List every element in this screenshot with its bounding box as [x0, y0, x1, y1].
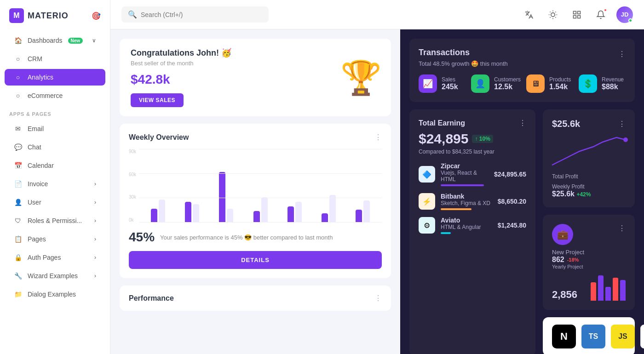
sidebar-item-roles[interactable]: 🛡 Roles & Permissi... › — [5, 212, 105, 229]
sidebar-item-user[interactable]: 👤 User › — [5, 194, 105, 211]
sidebar-item-chat[interactable]: 💬 Chat — [5, 139, 105, 155]
sidebar-item-invoice[interactable]: 📄 Invoice › — [5, 176, 105, 192]
chat-icon: 💬 — [14, 143, 22, 151]
project-pct: -18% — [567, 257, 579, 263]
translate-icon[interactable] — [521, 6, 537, 23]
chevron-icon: › — [94, 254, 96, 261]
trophy-icon: 🏆 — [340, 61, 382, 94]
sidebar-item-dashboards[interactable]: 🏠 Dashboards New ∨ — [5, 32, 105, 49]
nextjs-logo: N — [552, 325, 576, 348]
new-project-title: New Project — [552, 249, 584, 256]
earning-item-bitbank: ⚡ Bitbank Sketch, Figma & XD $8,650.20 — [419, 193, 526, 210]
lock-icon: 🔒 — [14, 254, 22, 261]
project-more-button[interactable]: ⋮ — [618, 224, 626, 233]
sidebar-target-icon[interactable]: 🎯 — [92, 11, 101, 20]
tech-logos-card: N TS JS — [543, 317, 635, 354]
svg-point-0 — [551, 12, 555, 16]
transactions-more-button[interactable]: ⋮ — [618, 50, 626, 58]
shield-icon: 🛡 — [14, 217, 22, 224]
project-icon: 💼 — [552, 224, 573, 245]
sidebar-wizard-label: Wizard Examples — [28, 272, 78, 280]
earning-more-button[interactable]: ⋮ — [519, 119, 526, 127]
zipcar-icon: 🔷 — [419, 166, 435, 183]
sidebar-item-email[interactable]: ✉ Email — [5, 120, 105, 137]
user-avatar[interactable]: JD — [616, 6, 633, 23]
trans-sales: 📈 Sales 245k — [419, 74, 466, 93]
sidebar: M MATERIO 🎯 🏠 Dashboards New ∨ ○ CRM ○ A… — [0, 0, 110, 354]
new-project-card: 💼 New Project 862 -18% Yearly Project ⋮ — [543, 215, 635, 310]
sidebar-calendar-label: Calendar — [28, 162, 54, 169]
weekly-profit-pct: +42% — [576, 191, 591, 198]
project-year-label: Yearly Project — [552, 264, 584, 269]
zipcar-bar — [441, 184, 484, 186]
sidebar-item-auth[interactable]: 🔒 Auth Pages › — [5, 249, 105, 266]
sidebar-item-calendar[interactable]: 📅 Calendar — [5, 157, 105, 174]
sales-icon: 📈 — [419, 74, 437, 93]
sidebar-item-crm[interactable]: ○ CRM — [5, 51, 105, 67]
view-sales-button[interactable]: VIEW SALES — [131, 93, 184, 107]
total-profit-amount: $25.6k — [552, 119, 580, 129]
sidebar-dialog-label: Dialog Examples — [28, 291, 76, 298]
transactions-card: Transactions ⋮ Total 48.5% growth 🤩 this… — [409, 39, 635, 102]
performance-more-button[interactable]: ⋮ — [374, 294, 382, 303]
chevron-icon: › — [94, 181, 96, 187]
details-button[interactable]: DETAILS — [129, 251, 382, 269]
products-icon: 🖥 — [526, 74, 545, 93]
svg-rect-3 — [574, 15, 576, 18]
mini-bar-3 — [605, 287, 611, 301]
aviato-amount: $1,245.80 — [498, 222, 526, 229]
svg-rect-2 — [578, 11, 581, 14]
dialog-icon: 📁 — [14, 291, 22, 298]
content-area: Congratulations John! 🥳 Best seller of t… — [110, 29, 644, 354]
mini-bar-4 — [613, 278, 618, 301]
sidebar-item-ecommerce[interactable]: ○ eCommerce — [5, 87, 105, 104]
sidebar-chat-label: Chat — [28, 143, 41, 151]
weekly-more-button[interactable]: ⋮ — [374, 133, 382, 142]
customers-label: Customers — [494, 76, 521, 83]
search-icon: 🔍 — [128, 10, 137, 19]
earning-header: Total Earning ⋮ — [419, 119, 526, 127]
transactions-title: Transactions — [419, 48, 470, 57]
aviato-bar — [441, 232, 451, 234]
topbar-actions: JD — [521, 6, 633, 23]
sidebar-item-pages[interactable]: 📋 Pages › — [5, 231, 105, 247]
earning-compare: Compared to $84,325 last year — [419, 148, 526, 155]
sidebar-item-analytics[interactable]: ○ Analytics — [5, 69, 105, 86]
sidebar-item-wizard[interactable]: 🔧 Wizard Examples › — [5, 268, 105, 284]
home-icon: 🏠 — [14, 37, 22, 44]
chevron-icon: ∨ — [92, 37, 96, 44]
chart-label-60k: 60k — [129, 172, 136, 177]
app-name: MATERIO — [28, 11, 69, 21]
sales-label: Sales — [442, 76, 458, 83]
typescript-logo: TS — [581, 325, 605, 348]
theme-icon[interactable] — [545, 6, 561, 23]
calendar-icon: 📅 — [14, 162, 22, 169]
svg-rect-1 — [574, 11, 576, 14]
javascript-logo: JS — [611, 325, 635, 348]
mini-bar-5 — [620, 280, 626, 301]
right-column: $25.6k ⋮ Total Profit Weekly Profit — [543, 109, 635, 354]
transactions-growth: Total 48.5% growth 🤩 this month — [419, 60, 626, 67]
revenue-label: Revenue — [602, 76, 624, 83]
pages-icon: 📋 — [14, 235, 22, 243]
grid-icon[interactable] — [569, 6, 585, 23]
search-input[interactable] — [141, 11, 262, 18]
chart-label-0k: 0k — [129, 217, 136, 223]
mini-bar-2 — [598, 275, 604, 301]
profit-more-button[interactable]: ⋮ — [618, 120, 626, 128]
sidebar-analytics-label: Analytics — [28, 74, 53, 81]
revenue-value: $88k — [602, 83, 624, 91]
sidebar-item-dialog[interactable]: 📁 Dialog Examples — [5, 286, 105, 303]
weekly-profit-label: Weekly Profit — [552, 183, 626, 190]
sidebar-dashboards-label: Dashboards — [28, 37, 63, 44]
search-bar[interactable]: 🔍 — [121, 6, 269, 23]
section-apps-pages: APPS & PAGES — [0, 105, 110, 120]
sidebar-crm-label: CRM — [28, 55, 42, 63]
customers-icon: 👤 — [471, 74, 489, 93]
sidebar-email-label: Email — [28, 125, 44, 132]
weekly-chart — [139, 149, 382, 223]
bitbank-icon: ⚡ — [419, 193, 435, 210]
customers-value: 12.5k — [494, 83, 521, 91]
notifications-icon[interactable] — [592, 6, 609, 23]
email-icon: ✉ — [14, 125, 22, 132]
